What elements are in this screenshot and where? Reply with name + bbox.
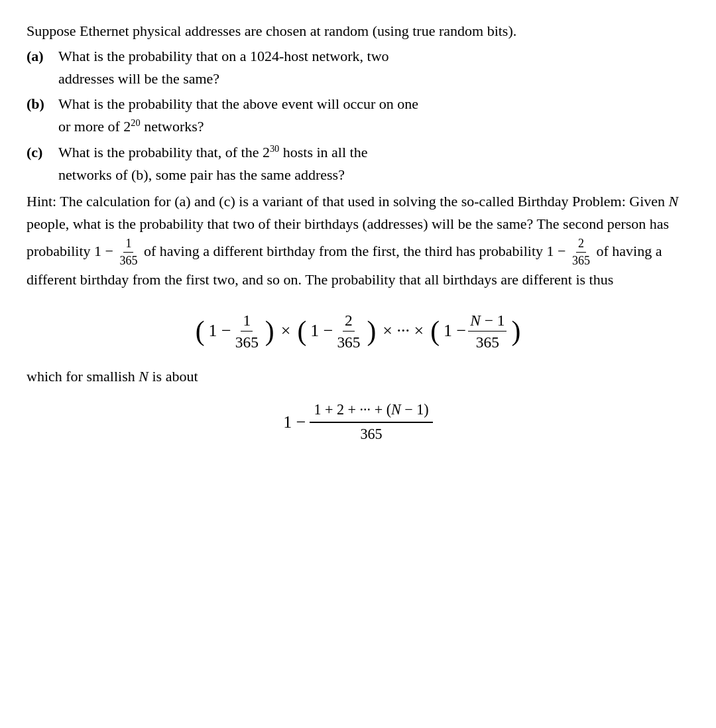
close-paren-1: ) — [265, 318, 274, 345]
open-paren-3: ( — [430, 318, 440, 345]
intro-text: Suppose Ethernet physical addresses are … — [27, 20, 689, 42]
part-b: (b) What is the probability that the abo… — [27, 93, 689, 139]
factor-2: 1 − 2 365 — [310, 310, 363, 353]
inline-frac-2: 2 365 — [569, 236, 593, 269]
bottom-fraction: 1 + 2 + ··· + (N − 1) 365 — [310, 400, 432, 445]
part-a-text: What is the probability that on a 1024-h… — [58, 45, 689, 90]
times-2: × ··· × — [383, 318, 424, 344]
open-paren-2: ( — [297, 318, 306, 345]
part-c-label: (c) — [27, 141, 58, 187]
hint-text: Hint: The calculation for (a) and (c) is… — [27, 190, 689, 291]
main-content: Suppose Ethernet physical addresses are … — [27, 20, 689, 445]
part-c-text: What is the probability that, of the 230… — [58, 141, 689, 187]
formula-row: ( 1 − 1 365 ) × ( 1 − 2 365 ) × ··· × — [27, 310, 689, 353]
part-b-text: What is the probability that the above e… — [58, 93, 689, 139]
small-n-text: which for smallish N is about — [27, 365, 689, 388]
close-paren-2: ) — [367, 318, 377, 345]
times-1: × — [281, 318, 291, 344]
part-a: (a) What is the probability that on a 10… — [27, 45, 689, 90]
part-a-label: (a) — [27, 45, 58, 90]
bottom-formula: 1 − 1 + 2 + ··· + (N − 1) 365 — [27, 400, 689, 445]
factor-1: 1 − 1 365 — [209, 310, 261, 353]
close-paren-3: ) — [511, 318, 520, 345]
inline-frac-1: 1 365 — [117, 236, 140, 269]
part-b-label: (b) — [27, 93, 58, 139]
main-formula: ( 1 − 1 365 ) × ( 1 − 2 365 ) × ··· × — [27, 310, 689, 353]
open-paren-1: ( — [196, 318, 205, 345]
part-c: (c) What is the probability that, of the… — [27, 141, 689, 187]
factor-3: 1 − N − 1 365 — [444, 310, 507, 353]
hint-block: Hint: The calculation for (a) and (c) is… — [27, 190, 689, 291]
